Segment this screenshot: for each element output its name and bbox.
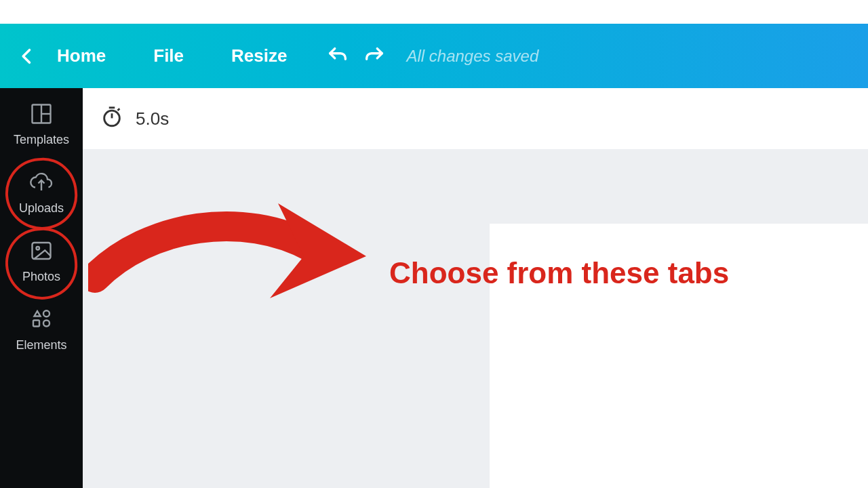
sidebar-item-label: Templates — [14, 133, 69, 147]
timer-icon — [100, 106, 123, 131]
editor-content: 5.0s — [83, 88, 868, 488]
uploads-icon — [29, 170, 54, 195]
svg-line-11 — [118, 108, 120, 110]
page-duration[interactable]: 5.0s — [136, 108, 169, 129]
sidebar-item-photos[interactable]: Photos — [0, 239, 83, 284]
svg-rect-7 — [33, 321, 39, 327]
redo-icon — [363, 45, 386, 68]
sidebar-item-uploads[interactable]: Uploads — [0, 170, 83, 216]
chevron-left-icon — [18, 47, 37, 66]
svg-point-5 — [37, 247, 40, 250]
left-sidebar: Templates Uploads Photos Elements — [0, 88, 83, 488]
sidebar-item-templates[interactable]: Templates — [0, 102, 83, 147]
autosave-status: All changes saved — [406, 47, 538, 66]
page-timer-bar: 5.0s — [83, 88, 868, 149]
back-button[interactable] — [12, 41, 42, 71]
file-menu[interactable]: File — [138, 40, 199, 72]
elements-icon — [29, 307, 54, 331]
undo-button[interactable] — [319, 38, 356, 75]
photos-icon — [29, 239, 54, 263]
sidebar-item-label: Photos — [22, 270, 60, 284]
sidebar-item-label: Elements — [16, 338, 66, 352]
undo-icon — [326, 45, 349, 68]
resize-menu[interactable]: Resize — [216, 40, 302, 72]
home-menu[interactable]: Home — [42, 40, 121, 72]
top-toolbar: Home File Resize All changes saved — [0, 24, 868, 88]
templates-icon — [29, 102, 54, 126]
svg-rect-4 — [33, 243, 51, 259]
svg-point-6 — [43, 310, 50, 317]
sidebar-item-elements[interactable]: Elements — [0, 307, 83, 352]
annotation-circle — [3, 225, 79, 302]
redo-button[interactable] — [356, 38, 393, 75]
canvas-area[interactable] — [83, 149, 868, 488]
sidebar-item-label: Uploads — [19, 201, 64, 216]
artboard[interactable] — [490, 224, 868, 488]
